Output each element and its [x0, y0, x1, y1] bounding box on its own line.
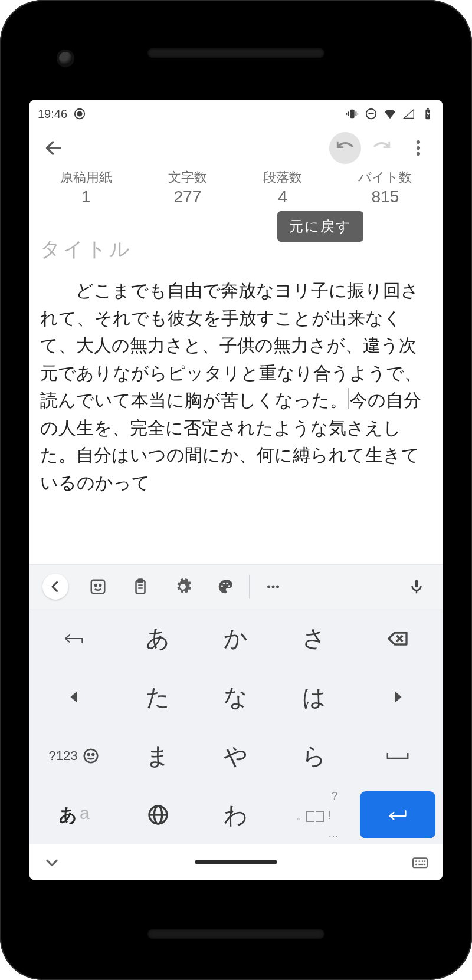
key-space[interactable]: [353, 726, 442, 785]
key-ya[interactable]: や: [197, 726, 275, 785]
navigation-bar: [30, 844, 442, 880]
svg-point-49: [424, 860, 426, 862]
stat-chars: 文字数 277: [168, 169, 207, 206]
svg-rect-41: [413, 858, 427, 867]
app-toolbar: [30, 127, 442, 169]
key-numeric-emoji[interactable]: ?123: [30, 726, 119, 785]
svg-point-12: [417, 140, 420, 144]
key-cursor-left[interactable]: [30, 667, 119, 726]
stat-pages: 原稿用紙 1: [60, 169, 112, 206]
stats-row: 原稿用紙 1 文字数 277 段落数 4 バイト数 815: [30, 169, 442, 211]
key-ka[interactable]: か: [197, 609, 275, 667]
nav-collapse-icon[interactable]: [42, 853, 61, 872]
kbd-settings-button[interactable]: [162, 570, 204, 603]
kbd-clipboard-button[interactable]: [119, 570, 162, 603]
chevron-left-icon: [42, 574, 68, 600]
front-camera: [57, 50, 74, 67]
svg-point-26: [267, 586, 270, 588]
key-cursor-right[interactable]: [353, 667, 442, 726]
separator: [249, 575, 250, 598]
stat-value: 815: [358, 188, 412, 206]
app-notification-icon: [73, 107, 86, 120]
kbd-collapse-button[interactable]: [34, 570, 77, 603]
speaker-grille: [148, 929, 324, 939]
stat-label: 段落数: [263, 169, 302, 186]
status-bar: 19:46: [30, 100, 442, 127]
svg-rect-47: [418, 864, 423, 865]
key-language[interactable]: あ a: [30, 785, 119, 844]
key-ma[interactable]: ま: [119, 726, 197, 785]
svg-rect-4: [356, 111, 357, 116]
kbd-voice-button[interactable]: [395, 570, 438, 603]
stat-paragraphs: 段落数 4: [263, 169, 302, 206]
svg-point-1: [77, 111, 81, 116]
svg-point-43: [418, 860, 420, 862]
svg-rect-29: [415, 580, 418, 588]
punct-hint-ellipsis: …: [328, 827, 339, 840]
lang-jp-label: あ: [59, 803, 77, 827]
keyboard-toolbar: [30, 565, 442, 609]
redo-button[interactable]: [366, 132, 398, 164]
body-text-input[interactable]: どこまでも自由で奔放なヨリ子に振り回されて、それでも彼女を手放すことが出来なくて…: [40, 277, 432, 496]
stat-label: バイト数: [358, 169, 412, 186]
gesture-pill[interactable]: [195, 860, 277, 864]
svg-rect-15: [91, 580, 105, 594]
stat-value: 1: [60, 188, 112, 206]
more-button[interactable]: [402, 132, 434, 164]
svg-point-35: [84, 749, 98, 763]
svg-rect-2: [350, 110, 354, 119]
undo-tooltip: 元に戻す: [277, 211, 363, 242]
vibrate-icon: [346, 107, 359, 120]
stat-value: 277: [168, 188, 207, 206]
lang-en-label: a: [80, 803, 90, 827]
key-backspace[interactable]: [353, 609, 442, 667]
key-reverse[interactable]: [30, 609, 119, 667]
key-ha[interactable]: は: [275, 667, 353, 726]
battery-icon: [421, 107, 434, 120]
dnd-icon: [365, 107, 378, 120]
svg-point-44: [422, 860, 424, 862]
key-wa[interactable]: わ: [197, 785, 275, 844]
stat-label: 文字数: [168, 169, 207, 186]
title-input-placeholder[interactable]: タイトル: [40, 217, 432, 277]
back-button[interactable]: [38, 132, 70, 164]
svg-point-46: [415, 864, 417, 866]
nav-keyboard-switch-icon[interactable]: [411, 853, 430, 872]
key-globe[interactable]: [119, 785, 197, 844]
svg-rect-5: [346, 113, 347, 115]
key-sa[interactable]: さ: [275, 609, 353, 667]
key-punctuation[interactable]: ? 。 ! …: [275, 785, 353, 844]
svg-point-48: [424, 864, 426, 866]
emoji-icon: [82, 747, 100, 765]
status-clock: 19:46: [38, 107, 67, 121]
speaker-grille: [148, 48, 324, 58]
kbd-theme-button[interactable]: [204, 570, 247, 603]
text-caret: [348, 388, 349, 409]
key-na[interactable]: な: [197, 667, 275, 726]
key-ta[interactable]: た: [119, 667, 197, 726]
svg-rect-6: [358, 113, 358, 115]
svg-point-42: [415, 860, 417, 862]
svg-point-13: [417, 146, 420, 150]
punct-hint-exclaim: !: [327, 808, 331, 822]
stat-value: 4: [263, 188, 302, 206]
svg-point-25: [228, 585, 230, 587]
editor-area[interactable]: タイトル どこまでも自由で奔放なヨリ子に振り回されて、それでも彼女を手放すことが…: [30, 211, 442, 564]
key-a[interactable]: あ: [119, 609, 197, 667]
signal-icon: [402, 107, 415, 120]
kbd-more-button[interactable]: [252, 570, 294, 603]
undo-button[interactable]: [329, 132, 361, 164]
key-ra[interactable]: ら: [275, 726, 353, 785]
key-enter[interactable]: [360, 791, 435, 838]
stat-label: 原稿用紙: [60, 169, 112, 186]
key-numeric-label: ?123: [48, 748, 77, 764]
svg-rect-3: [348, 111, 349, 116]
kbd-sticker-button[interactable]: [77, 570, 119, 603]
svg-point-36: [88, 754, 90, 755]
svg-rect-19: [138, 580, 143, 583]
keyboard-grid: あ か さ た な は: [30, 609, 442, 844]
svg-point-22: [221, 585, 223, 587]
punct-hint-question: ?: [332, 790, 337, 803]
punct-glyphs: 。 !: [297, 808, 331, 822]
svg-point-23: [223, 583, 225, 584]
